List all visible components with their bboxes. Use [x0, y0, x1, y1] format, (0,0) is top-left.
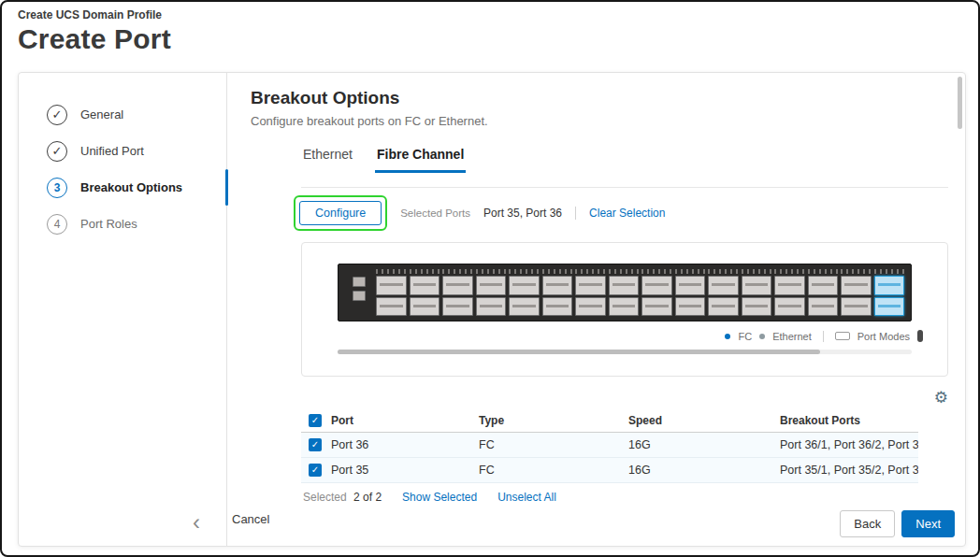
step-unified-port[interactable]: ✓ Unified Port [19, 133, 226, 169]
step-number: 3 [47, 178, 67, 198]
unselect-all-link[interactable]: Unselect All [497, 491, 556, 503]
chassis-mgmt-section [345, 269, 373, 316]
col-speed: Speed [625, 409, 776, 433]
col-breakout-ports: Breakout Ports [776, 409, 918, 433]
port-group[interactable] [609, 269, 640, 316]
port-group[interactable] [708, 269, 739, 316]
port-modes-color-icon [917, 330, 923, 342]
table-footer: Selected 2 of 2 Show Selected Unselect A… [303, 491, 948, 503]
configure-button[interactable]: Configure [299, 201, 382, 225]
port-group[interactable] [675, 269, 706, 316]
table-row[interactable]: ✓ Port 36 FC 16G Port 36/1, Port 36/2, P… [301, 433, 918, 458]
cell-breakout-ports: Port 35/1, Port 35/2, Port 35/... [776, 458, 918, 483]
port-group[interactable] [841, 269, 872, 316]
clear-selection-link[interactable]: Clear Selection [589, 207, 665, 220]
tab-fibre-channel[interactable]: Fibre Channel [375, 147, 466, 173]
ports-toolbar: Configure Selected Ports Port 35, Port 3… [294, 195, 948, 231]
legend-fc-label: FC [738, 331, 752, 342]
back-button[interactable]: Back [840, 510, 895, 537]
cell-type: FC [475, 433, 625, 458]
step-number: 4 [47, 214, 67, 235]
port-modes-chip-icon [835, 332, 850, 340]
cell-type: FC [475, 458, 625, 483]
legend-port-modes-label: Port Modes [858, 331, 910, 342]
next-button[interactable]: Next [901, 510, 955, 537]
mgmt-port [353, 291, 366, 301]
fc-dot-icon [725, 334, 730, 339]
col-port: Port [327, 409, 475, 433]
show-selected-link[interactable]: Show Selected [402, 491, 477, 503]
cell-speed: 16G [625, 433, 776, 458]
chassis-horizontal-scrollbar[interactable] [338, 350, 912, 354]
port-group[interactable] [442, 269, 473, 316]
page-title: Create Port [18, 23, 171, 55]
legend-divider [823, 331, 824, 342]
port-group[interactable] [376, 269, 407, 316]
check-icon: ✓ [47, 141, 67, 162]
port-group[interactable] [641, 269, 672, 316]
port-group[interactable] [476, 269, 507, 316]
tab-divider [301, 187, 948, 188]
selected-ports-value: Port 35, Port 36 [483, 207, 562, 220]
tab-ethernet[interactable]: Ethernet [301, 147, 354, 173]
cell-speed: 16G [625, 458, 776, 483]
configure-highlight: Configure [294, 195, 387, 231]
port-group[interactable] [542, 269, 573, 316]
port-group[interactable] [509, 269, 540, 316]
main-content: Breakout Options Configure breakout port… [251, 73, 948, 503]
switch-chassis[interactable] [338, 264, 912, 321]
breadcrumb: Create UCS Domain Profile [18, 8, 171, 21]
selected-summary-label: Selected [303, 491, 347, 503]
table-header-row: ✓ Port Type Speed Breakout Ports [301, 409, 918, 433]
step-label: General [80, 107, 123, 121]
selected-ports-label: Selected Ports [400, 207, 470, 219]
step-label: Port Roles [80, 217, 137, 231]
cell-breakout-ports: Port 36/1, Port 36/2, Port 36/... [776, 433, 918, 458]
step-general[interactable]: ✓ General [19, 96, 226, 133]
select-all-checkbox[interactable]: ✓ [309, 414, 322, 427]
switch-diagram-panel: FC Ethernet Port Modes [301, 242, 948, 377]
vertical-scrollbar[interactable] [958, 77, 962, 129]
row-checkbox[interactable]: ✓ [309, 464, 322, 477]
port-group[interactable] [575, 269, 606, 316]
scrollbar-thumb[interactable] [338, 350, 820, 354]
section-title: Breakout Options [251, 88, 948, 108]
table-row[interactable]: ✓ Port 35 FC 16G Port 35/1, Port 35/2, P… [301, 458, 918, 483]
page-header: Create UCS Domain Profile Create Port [18, 8, 171, 55]
current-step-indicator [225, 169, 228, 206]
ports-table: ✓ Port Type Speed Breakout Ports ✓ Port … [301, 409, 918, 483]
port-group-selected[interactable] [874, 269, 905, 316]
col-type: Type [475, 409, 625, 433]
step-breakout-options[interactable]: 3 Breakout Options [19, 169, 226, 206]
ethernet-dot-icon [759, 334, 765, 339]
gear-icon[interactable]: ⚙ [934, 390, 948, 406]
wizard-sidebar: ✓ General ✓ Unified Port 3 Breakout Opti… [19, 73, 227, 546]
port-legend: FC Ethernet Port Modes [324, 330, 925, 342]
row-checkbox[interactable]: ✓ [309, 438, 322, 451]
cell-port: Port 36 [327, 433, 475, 458]
table-tools: ⚙ [301, 390, 948, 406]
selected-summary-count: 2 of 2 [353, 491, 382, 503]
step-port-roles[interactable]: 4 Port Roles [19, 206, 226, 242]
wizard-card: ✓ General ✓ Unified Port 3 Breakout Opti… [18, 72, 966, 547]
port-group[interactable] [808, 269, 839, 316]
tab-bar: Ethernet Fibre Channel [301, 147, 948, 173]
port-group[interactable] [774, 269, 805, 316]
cancel-button[interactable]: Cancel [232, 512, 269, 526]
step-label: Unified Port [80, 144, 144, 158]
chassis-ports [376, 269, 904, 316]
section-subtitle: Configure breakout ports on FC or Ethern… [251, 114, 948, 128]
port-group[interactable] [742, 269, 772, 316]
step-label: Breakout Options [80, 180, 182, 194]
create-port-screen: Create UCS Domain Profile Create Port ✓ … [0, 0, 980, 557]
legend-ethernet-label: Ethernet [772, 331, 812, 342]
mgmt-port [353, 277, 366, 287]
port-group[interactable] [410, 269, 440, 316]
collapse-sidebar-icon[interactable]: ‹ [193, 508, 200, 536]
wizard-footer: ‹ Cancel Back Next [19, 503, 965, 546]
toolbar-divider [575, 207, 576, 220]
check-icon: ✓ [47, 105, 67, 125]
cell-port: Port 35 [327, 458, 475, 483]
step-list: ✓ General ✓ Unified Port 3 Breakout Opti… [19, 96, 226, 242]
